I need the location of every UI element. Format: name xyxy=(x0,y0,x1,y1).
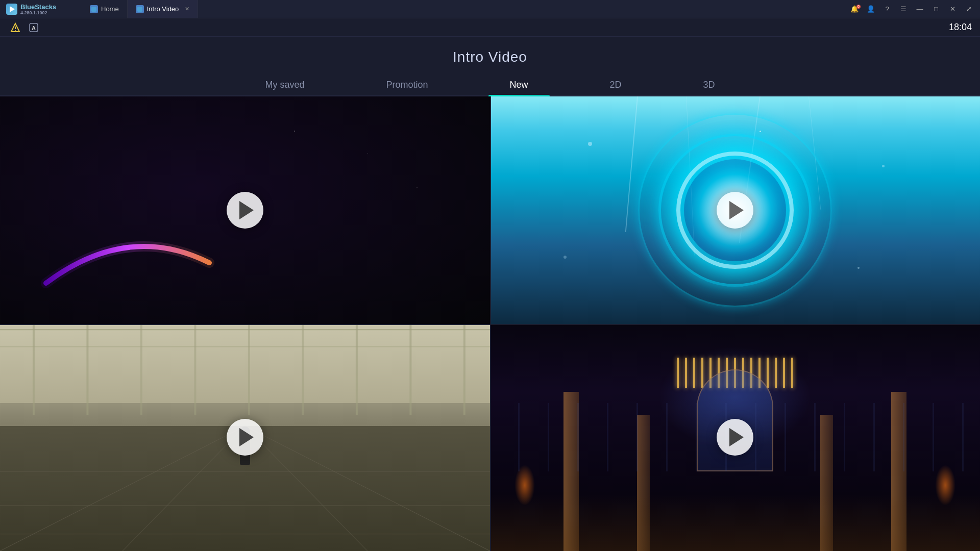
menu-button[interactable]: ☰ xyxy=(896,4,911,15)
window-controls: 🔔 6 👤 ? ☰ — □ ✕ ⤢ xyxy=(847,4,980,15)
window-tabs: Home Intro Video ✕ xyxy=(82,0,847,18)
app-logo: BlueStacks 4.280.1.1002 xyxy=(0,3,82,15)
svg-line-22 xyxy=(245,426,368,551)
profile-button[interactable]: 👤 xyxy=(864,4,878,15)
video-cell-1[interactable] xyxy=(0,96,490,324)
tab-2d[interactable]: 2D xyxy=(569,74,663,95)
notification-button[interactable]: 🔔 6 xyxy=(847,4,862,15)
maximize-button[interactable]: □ xyxy=(929,4,943,15)
svg-marker-0 xyxy=(10,6,15,12)
stadium-beams xyxy=(0,324,490,415)
svg-point-5 xyxy=(15,30,16,31)
home-tab-icon xyxy=(90,5,98,13)
expand-button[interactable]: ⤢ xyxy=(962,4,976,15)
notification-badge: 6 xyxy=(856,5,861,9)
purple-arc-svg xyxy=(26,212,230,293)
main-content: Intro Video My saved Promotion New 2D 3D xyxy=(0,37,980,551)
play-triangle-1 xyxy=(239,201,254,219)
tab-new[interactable]: New xyxy=(469,74,569,95)
close-button[interactable]: ✕ xyxy=(945,4,960,15)
svg-line-19 xyxy=(0,426,245,551)
title-bar: BlueStacks 4.280.1.1002 Home Intro Video… xyxy=(0,0,980,18)
logo-text: BlueStacks 4.280.1.1002 xyxy=(20,3,56,15)
play-button-2[interactable] xyxy=(717,192,753,229)
svg-line-21 xyxy=(122,426,245,551)
text-icon[interactable]: A xyxy=(27,20,41,35)
video-grid xyxy=(0,96,980,551)
tab-3d[interactable]: 3D xyxy=(663,74,756,95)
nav-tabs: My saved Promotion New 2D 3D xyxy=(0,74,980,96)
tab-close-button[interactable]: ✕ xyxy=(185,6,189,12)
video-cell-3[interactable] xyxy=(0,324,490,552)
time-display: 18:04 xyxy=(949,22,972,33)
intro-tab-icon xyxy=(136,5,144,13)
tab-intro-video[interactable]: Intro Video ✕ xyxy=(128,0,199,18)
alert-icon[interactable] xyxy=(8,20,22,35)
tab-home[interactable]: Home xyxy=(82,0,128,18)
svg-rect-2 xyxy=(137,7,142,12)
svg-line-20 xyxy=(245,426,490,551)
play-triangle-2 xyxy=(729,201,744,219)
page-title: Intro Video xyxy=(453,49,527,65)
minimize-button[interactable]: — xyxy=(913,4,927,15)
top-icons-bar: A 18:04 xyxy=(0,18,980,37)
play-button-4[interactable] xyxy=(717,419,753,456)
help-button[interactable]: ? xyxy=(880,4,894,15)
logo-icon xyxy=(6,4,17,15)
video-cell-4[interactable] xyxy=(490,324,980,552)
video-cell-2[interactable] xyxy=(490,96,980,324)
horizontal-separator xyxy=(0,324,980,325)
tab-my-saved[interactable]: My saved xyxy=(224,74,345,95)
svg-text:A: A xyxy=(32,25,36,31)
svg-rect-1 xyxy=(91,7,96,12)
play-button-3[interactable] xyxy=(227,419,263,456)
play-triangle-3 xyxy=(239,428,254,446)
tab-promotion[interactable]: Promotion xyxy=(345,74,469,95)
play-triangle-4 xyxy=(729,428,744,446)
play-button-1[interactable] xyxy=(227,192,263,229)
